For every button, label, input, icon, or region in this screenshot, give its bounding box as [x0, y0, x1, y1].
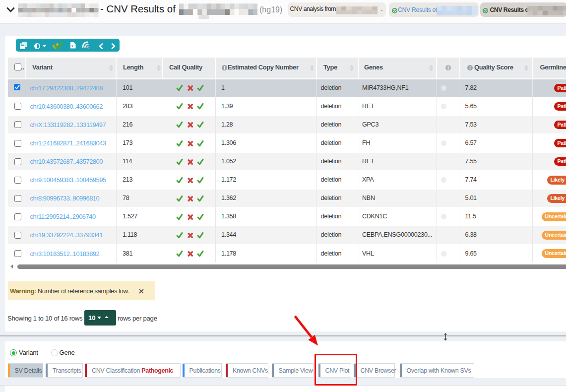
svg-text:x: x [71, 44, 73, 48]
